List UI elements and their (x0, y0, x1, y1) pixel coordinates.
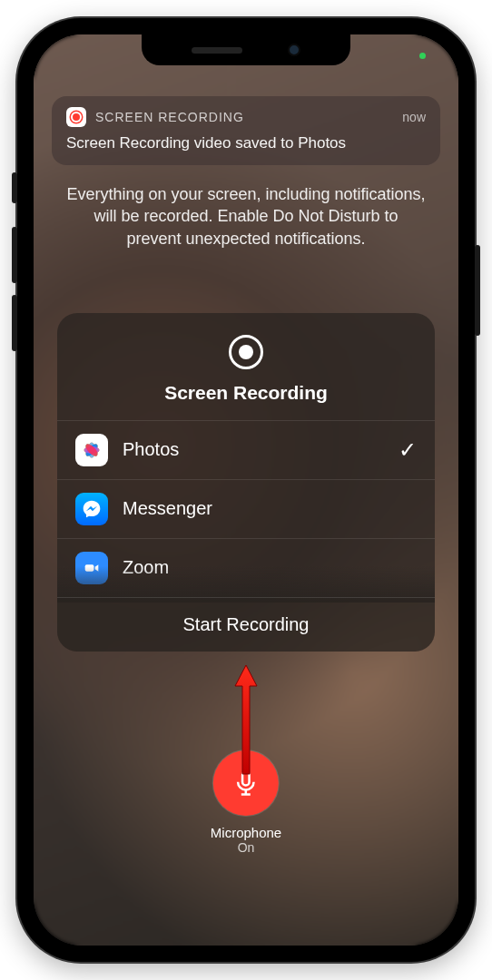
panel-title: Screen Recording (164, 382, 328, 404)
notification-message: Screen Recording video saved to Photos (66, 134, 426, 152)
notification-banner[interactable]: SCREEN RECORDING now Screen Recording vi… (52, 96, 440, 165)
app-label: Messenger (123, 498, 212, 519)
microphone-label: Microphone (211, 825, 281, 840)
notch (142, 34, 350, 65)
notification-app-name: SCREEN RECORDING (95, 110, 244, 124)
destination-app-list[interactable]: Photos ✓ Messenger Zoom (57, 420, 435, 597)
svg-rect-9 (242, 772, 250, 786)
microphone-control[interactable]: Microphone On (211, 750, 281, 855)
app-row-photos[interactable]: Photos ✓ (57, 421, 435, 480)
volume-up-button[interactable] (12, 227, 17, 283)
volume-down-button[interactable] (12, 295, 17, 351)
svg-rect-8 (85, 564, 94, 571)
silence-switch[interactable] (12, 172, 17, 203)
photos-app-icon (75, 434, 108, 466)
speaker-grille (192, 47, 242, 54)
iphone-frame: SCREEN RECORDING now Screen Recording vi… (17, 18, 475, 962)
checkmark-icon: ✓ (399, 437, 417, 463)
screen-recording-app-icon (66, 107, 86, 127)
zoom-app-icon (75, 552, 108, 584)
microphone-icon (232, 769, 260, 797)
recording-info-text: Everything on your screen, including not… (66, 183, 426, 250)
messenger-app-icon (75, 493, 108, 525)
front-camera (288, 44, 300, 56)
record-icon (229, 335, 263, 369)
notification-timestamp: now (402, 110, 426, 124)
screen: SCREEN RECORDING now Screen Recording vi… (34, 34, 458, 946)
power-button[interactable] (475, 245, 480, 336)
app-label: Photos (123, 439, 179, 460)
app-label: Zoom (123, 557, 169, 578)
screen-recording-panel: Screen Recording (57, 313, 435, 652)
microphone-button[interactable] (213, 750, 279, 816)
recording-indicator-dot (419, 53, 426, 59)
microphone-state: On (238, 840, 255, 855)
record-icon (71, 112, 82, 122)
start-recording-button[interactable]: Start Recording (57, 597, 435, 652)
app-row-zoom[interactable]: Zoom (57, 539, 435, 597)
app-row-messenger[interactable]: Messenger (57, 480, 435, 539)
